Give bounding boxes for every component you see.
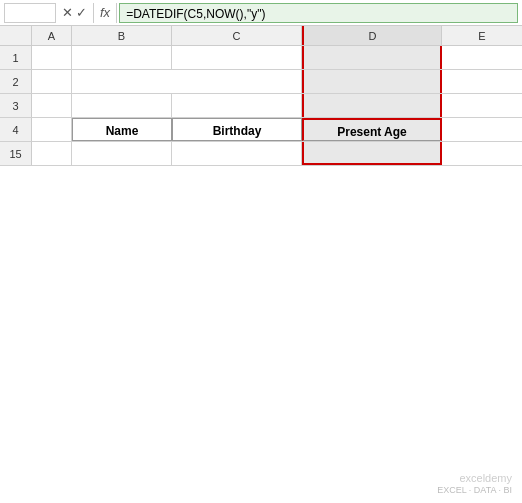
- row-number: 2: [0, 70, 32, 93]
- column-headers: A B C D E: [0, 26, 522, 46]
- table-row: 3: [0, 94, 522, 118]
- row-number: 1: [0, 46, 32, 69]
- cell-e15[interactable]: [442, 142, 522, 165]
- cell-b15[interactable]: [72, 142, 172, 165]
- formula-icons: ✕ ✓: [58, 5, 91, 20]
- row-number: 15: [0, 142, 32, 165]
- col-header-d[interactable]: D: [302, 26, 442, 45]
- cell-e3[interactable]: [442, 94, 522, 117]
- cell-c3[interactable]: [172, 94, 302, 117]
- cell-reference-box[interactable]: [4, 3, 56, 23]
- table-row: 1: [0, 46, 522, 70]
- cell-e1[interactable]: [442, 46, 522, 69]
- cell-title[interactable]: [72, 70, 302, 93]
- row-number: 3: [0, 94, 32, 117]
- cell-a15[interactable]: [32, 142, 72, 165]
- cell-a1[interactable]: [32, 46, 72, 69]
- cell-a3[interactable]: [32, 94, 72, 117]
- cell-c1[interactable]: [172, 46, 302, 69]
- cell-e4[interactable]: [442, 118, 522, 141]
- cell-c15[interactable]: [172, 142, 302, 165]
- col-header-b[interactable]: B: [72, 26, 172, 45]
- table-row: 4 Name Birthday Present Age: [0, 118, 522, 142]
- cell-d2[interactable]: [302, 70, 442, 93]
- cell-a2[interactable]: [32, 70, 72, 93]
- cell-b3[interactable]: [72, 94, 172, 117]
- cell-d3[interactable]: [302, 94, 442, 117]
- cell-d1[interactable]: [302, 46, 442, 69]
- watermark-tagline: EXCEL · DATA · BI: [437, 485, 512, 497]
- confirm-icon[interactable]: ✓: [76, 5, 87, 20]
- formula-bar: ✕ ✓ fx =DATEDIF(C5,NOW(),"y"): [0, 0, 522, 26]
- col-header-c[interactable]: C: [172, 26, 302, 45]
- watermark: exceldemy EXCEL · DATA · BI: [437, 471, 512, 497]
- col-header-a[interactable]: A: [32, 26, 72, 45]
- cell-b4[interactable]: Name: [72, 118, 172, 141]
- col-header-e[interactable]: E: [442, 26, 522, 45]
- table-row: 15: [0, 142, 522, 166]
- table-row: 2: [0, 70, 522, 94]
- cell-b1[interactable]: [72, 46, 172, 69]
- cell-d4[interactable]: Present Age: [302, 118, 442, 141]
- cell-e2[interactable]: [442, 70, 522, 93]
- cell-a4[interactable]: [32, 118, 72, 141]
- watermark-logo: exceldemy: [437, 471, 512, 485]
- fx-label: fx: [93, 3, 117, 23]
- formula-content[interactable]: =DATEDIF(C5,NOW(),"y"): [119, 3, 518, 23]
- corner-spacer: [0, 26, 32, 45]
- cell-d15[interactable]: [302, 142, 442, 165]
- cell-c4[interactable]: Birthday: [172, 118, 302, 141]
- cancel-icon[interactable]: ✕: [62, 5, 73, 20]
- row-number: 4: [0, 118, 32, 141]
